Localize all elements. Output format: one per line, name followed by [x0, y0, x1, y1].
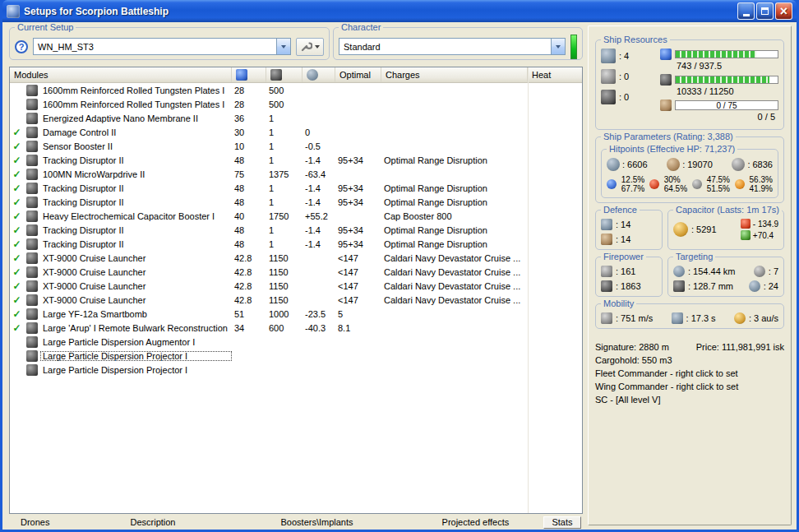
- table-row[interactable]: Damage Control II 30 1 0: [10, 125, 582, 139]
- module-name: Tracking Disruptor II: [40, 239, 232, 249]
- module-cpu: 48: [232, 183, 266, 193]
- table-row[interactable]: Tracking Disruptor II 48 1 -1.4 95+34 Op…: [10, 223, 582, 237]
- heat-column-header[interactable]: Heat: [528, 67, 582, 82]
- capacitor-icon: [673, 222, 688, 237]
- module-name: Large Particle Dispersion Projector I: [40, 365, 232, 375]
- character-combo-dropdown-icon[interactable]: [551, 39, 565, 54]
- tab-stats[interactable]: Stats: [543, 516, 581, 529]
- module-cpu: 28: [232, 99, 266, 109]
- table-row[interactable]: 1600mm Reinforced Rolled Tungsten Plates…: [10, 97, 582, 111]
- heat-column-separator: [528, 67, 529, 513]
- module-optimal: 8.1: [335, 323, 381, 333]
- module-icon: [26, 280, 38, 292]
- drones-used-text: 0 / 5: [660, 111, 778, 125]
- table-row[interactable]: XT-9000 Cruise Launcher 42.8 1150 <147 C…: [10, 293, 582, 307]
- sensor-strength-icon: [749, 280, 760, 292]
- module-powergrid: 1: [266, 141, 303, 151]
- optimal-column-header[interactable]: Optimal: [335, 67, 381, 82]
- cpu-column-header[interactable]: [232, 67, 266, 82]
- cargohold-text: Cargohold: 550 m3: [595, 354, 672, 367]
- table-row[interactable]: Large Particle Dispersion Projector I: [10, 349, 582, 363]
- window-buttons: [737, 2, 792, 20]
- help-icon[interactable]: ?: [15, 40, 28, 53]
- current-setup-group: Current Setup ? WN_HM_ST3: [9, 27, 330, 60]
- table-row[interactable]: Tracking Disruptor II 48 1 -1.4 95+34 Op…: [10, 237, 582, 251]
- hull-hp-value: : 6836: [747, 160, 773, 169]
- capacitor-title: Capacitor (Lasts: 1m 17s): [673, 205, 782, 215]
- table-row[interactable]: Large YF-12a Smartbomb 51 1000 -23.5 5: [10, 307, 582, 321]
- table-row[interactable]: Large Particle Dispersion Augmentor I: [10, 335, 582, 349]
- warp-speed-value: : 3 au/s: [749, 313, 778, 323]
- tab-projected-effects[interactable]: Projected effects: [442, 517, 510, 527]
- titlebar[interactable]: Setups for Scorpion Battleship: [2, 0, 797, 22]
- module-icon: [26, 308, 38, 320]
- cpu-usage-text: 743 / 937.5: [660, 60, 778, 74]
- modules-column-header[interactable]: Modules: [10, 67, 232, 82]
- ship-resources-title: Ship Resources: [601, 35, 670, 44]
- warp-speed-icon: [734, 312, 746, 324]
- tools-button[interactable]: [296, 38, 324, 56]
- powergrid-bar: [675, 76, 778, 84]
- max-velocity-value: : 751 m/s: [616, 313, 653, 323]
- wing-commander-text[interactable]: Wing Commander - right click to set: [595, 380, 738, 393]
- module-icon: [26, 99, 38, 110]
- hitpoints-group: Hitpoints (Effective HP: 71,237) : 6606 …: [601, 149, 778, 198]
- capacitor-recharge: +70.4: [753, 231, 774, 240]
- thermal-armor-resist: 64.5%: [664, 184, 687, 193]
- capacitor-group: Capacitor (Lasts: 1m 17s) : 5291 - 134.9…: [667, 210, 784, 250]
- table-row[interactable]: XT-9000 Cruise Launcher 42.8 1150 <147 C…: [10, 265, 582, 279]
- character-label: Character: [339, 22, 383, 32]
- turret-hardpoints-icon: [601, 49, 616, 63]
- module-name: Large 'Arup' I Remote Bulwark Reconstruc…: [40, 323, 232, 333]
- table-row[interactable]: Large 'Arup' I Remote Bulwark Reconstruc…: [10, 321, 582, 335]
- price-text: Price: 111,981,991 isk: [696, 340, 784, 354]
- module-icon: [26, 336, 38, 348]
- module-powergrid: 1: [266, 225, 303, 235]
- maximize-icon: [761, 7, 769, 15]
- module-cpu: 36: [232, 113, 266, 123]
- table-row[interactable]: Large Particle Dispersion Projector I: [10, 363, 582, 377]
- capacitor-column-header[interactable]: [303, 67, 335, 82]
- capacitor-amount: : 5291: [691, 224, 717, 234]
- module-charge: Caldari Navy Devastator Cruise ...: [381, 253, 528, 263]
- module-check-icon: [12, 280, 21, 292]
- module-check-icon: [12, 183, 21, 194]
- table-row[interactable]: XT-9000 Cruise Launcher 42.8 1150 <147 C…: [10, 251, 582, 265]
- powergrid-column-header[interactable]: [266, 67, 303, 82]
- tools-dropdown-icon[interactable]: [315, 42, 320, 51]
- tab-drones[interactable]: Drones: [21, 517, 49, 527]
- table-row[interactable]: XT-9000 Cruise Launcher 42.8 1150 <147 C…: [10, 279, 582, 293]
- module-powergrid: 1: [266, 127, 303, 137]
- module-powergrid: 1150: [266, 267, 303, 277]
- table-row[interactable]: Heavy Electrochemical Capacitor Booster …: [10, 209, 582, 223]
- cpu-icon: [660, 49, 672, 60]
- charges-column-header[interactable]: Charges: [381, 67, 528, 82]
- close-icon: [780, 5, 787, 18]
- fleet-commander-text[interactable]: Fleet Commander - right click to set: [595, 367, 738, 380]
- table-row[interactable]: Tracking Disruptor II 48 1 -1.4 95+34 Op…: [10, 195, 582, 209]
- module-check-icon: [12, 266, 21, 278]
- table-row[interactable]: Sensor Booster II 10 1 -0.5: [10, 139, 582, 153]
- table-row[interactable]: 1600mm Reinforced Rolled Tungsten Plates…: [10, 83, 582, 97]
- close-button[interactable]: [775, 2, 792, 20]
- setup-combo-dropdown-icon[interactable]: [276, 39, 290, 54]
- tab-boosters-implants[interactable]: Boosters\Implants: [281, 517, 353, 527]
- module-icon: [26, 183, 38, 194]
- minimize-button[interactable]: [737, 2, 755, 20]
- maximize-button[interactable]: [756, 2, 774, 20]
- hull-hp-icon: [732, 158, 745, 171]
- table-row[interactable]: Tracking Disruptor II 48 1 -1.4 95+34 Op…: [10, 181, 582, 195]
- table-row[interactable]: Tracking Disruptor II 48 1 -1.4 95+34 Op…: [10, 153, 582, 167]
- module-cpu: 75: [232, 169, 266, 179]
- setup-combo[interactable]: WN_HM_ST3: [33, 38, 291, 55]
- app-icon: [7, 5, 20, 18]
- character-combo[interactable]: Standard: [339, 38, 566, 55]
- tab-description[interactable]: Description: [130, 517, 175, 527]
- module-capacitor: -23.5: [303, 309, 335, 319]
- module-charge: Caldari Navy Devastator Cruise ...: [381, 267, 528, 277]
- ship-stats-panel: Ship Resources : 4 : 0 : 0 743 / 937.5 1…: [588, 25, 792, 525]
- drone-bandwidth-bar: 0 / 75: [675, 100, 778, 110]
- table-row[interactable]: 100MN MicroWarpdrive II 75 1375 -63.4: [10, 167, 582, 181]
- table-row[interactable]: Energized Adaptive Nano Membrane II 36 1: [10, 111, 582, 125]
- module-charge: Caldari Navy Devastator Cruise ...: [381, 281, 528, 291]
